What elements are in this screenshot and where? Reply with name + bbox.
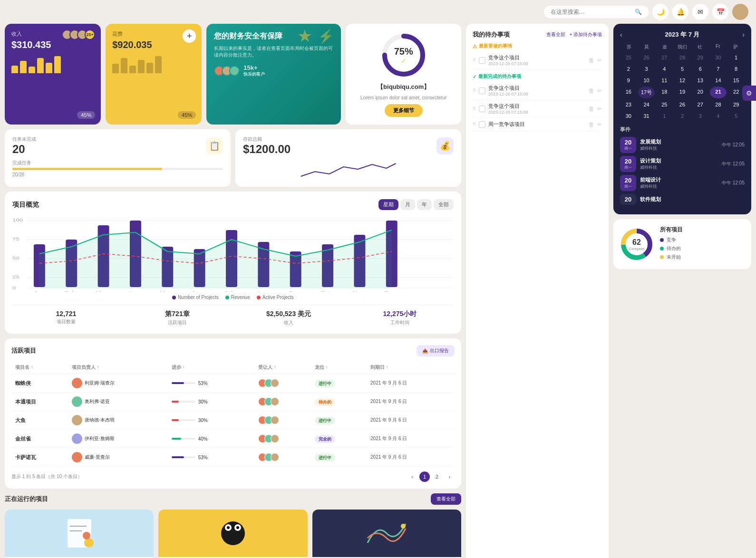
cal-day-21-today[interactable]: 21 xyxy=(710,87,727,98)
settings-button[interactable]: ⚙ xyxy=(742,86,756,101)
cal-day-5[interactable]: 5 xyxy=(674,64,691,74)
notstarted-label: 未开始 xyxy=(667,254,681,260)
cal-day-20[interactable]: 20 xyxy=(692,87,709,98)
delete-todo-1[interactable]: 🗑 xyxy=(589,57,594,64)
donut-chart: 62 Compete xyxy=(620,228,653,261)
stat-active: 第721章 活跃项目 xyxy=(124,310,231,326)
todo-checkbox-1[interactable] xyxy=(479,57,485,64)
cal-next-1[interactable]: 1 xyxy=(656,111,673,121)
stat-label-worktime: 工作时间 xyxy=(346,319,454,326)
cal-next-3[interactable]: 3 xyxy=(692,111,709,121)
search-bar[interactable]: 🔍 xyxy=(544,6,649,18)
cal-day-31[interactable]: 31 xyxy=(638,111,655,121)
cal-day-13[interactable]: 13 xyxy=(692,75,709,86)
svg-text:Feb: Feb xyxy=(64,290,75,292)
donut-number: 62 xyxy=(629,238,644,246)
cal-next-5[interactable]: 5 xyxy=(727,111,745,121)
cal-day-11[interactable]: 11 xyxy=(656,75,673,86)
cal-day-29b[interactable]: 29 xyxy=(727,99,745,110)
view-all-todo-link[interactable]: 查看全部 xyxy=(546,31,565,38)
cal-day-24[interactable]: 24 xyxy=(638,99,655,110)
event-3-name: 前端设计 xyxy=(640,176,718,183)
period-week-button[interactable]: 星期 xyxy=(378,199,398,210)
delete-todo-4[interactable]: 🗑 xyxy=(589,121,594,128)
cal-day-10[interactable]: 10 xyxy=(638,75,655,86)
col-status[interactable]: 龙位 ↑ xyxy=(311,361,367,374)
cal-next-2[interactable]: 2 xyxy=(674,111,691,121)
todo-checkbox-4[interactable] xyxy=(479,121,485,128)
next-page-button[interactable]: › xyxy=(444,471,455,482)
cal-next-4[interactable]: 4 xyxy=(710,111,727,121)
drag-handle-2[interactable]: ⠿ xyxy=(473,88,476,93)
period-year-button[interactable]: 年 xyxy=(417,199,432,210)
cal-prev-button[interactable]: ‹ xyxy=(620,31,622,38)
todo-label: 待办的 xyxy=(667,245,681,252)
cal-day-30[interactable]: 30 xyxy=(710,52,727,63)
cal-day-27[interactable]: 27 xyxy=(656,52,673,63)
add-todo-link[interactable]: + 添加待办事项 xyxy=(569,31,602,38)
cal-day-3[interactable]: 3 xyxy=(638,64,655,74)
drag-handle-3[interactable]: ⠿ xyxy=(473,106,476,111)
detail-button[interactable]: 更多细节 xyxy=(385,104,423,117)
col-duedate[interactable]: 到期日 ↑ xyxy=(367,361,455,374)
edit-todo-3[interactable]: ✏ xyxy=(597,106,602,112)
search-input[interactable] xyxy=(551,9,631,15)
cal-day-16[interactable]: 16 xyxy=(620,87,637,98)
cal-day-25[interactable]: 25 xyxy=(620,52,637,63)
cal-day-17[interactable]: 17号 xyxy=(638,87,655,98)
mail-button[interactable]: ✉ xyxy=(692,4,708,20)
page-1-button[interactable]: 1 xyxy=(419,471,430,482)
cal-day-1[interactable]: 1 xyxy=(727,52,745,63)
cal-day-8[interactable]: 8 xyxy=(727,64,745,74)
edit-todo-1[interactable]: ✏ xyxy=(597,57,602,64)
cal-day-15[interactable]: 15 xyxy=(727,75,745,86)
user-avatar[interactable] xyxy=(732,4,748,20)
todo-action-row-4: 🗑 ✏ xyxy=(589,121,602,128)
progress-domain: 【biqubiqu.com】 xyxy=(377,83,430,91)
delete-todo-3[interactable]: 🗑 xyxy=(589,106,594,112)
cal-day-29[interactable]: 29 xyxy=(692,52,709,63)
period-all-button[interactable]: 全部 xyxy=(434,199,454,210)
calendar-title: 2023 年 7 月 xyxy=(665,30,700,39)
cal-day-7[interactable]: 7 xyxy=(710,64,727,74)
todo-checkbox-2[interactable] xyxy=(479,87,485,94)
todo-text-3: 竞争这个项目 2023-12-26 07:15:00 xyxy=(488,103,586,115)
col-progress[interactable]: 进步 ↑ xyxy=(168,361,254,374)
event-2-sub: 威特科技 xyxy=(640,164,718,171)
cal-day-18[interactable]: 18 xyxy=(656,87,673,98)
calendar-button[interactable]: 📅 xyxy=(712,4,728,20)
col-manager[interactable]: 项目负责人 ↑ xyxy=(68,361,168,374)
col-project-name[interactable]: 项目名 ↑ xyxy=(11,361,68,374)
page-2-button[interactable]: 2 xyxy=(432,471,442,482)
cal-day-6[interactable]: 6 xyxy=(692,64,709,74)
cal-day-26[interactable]: 26 xyxy=(638,52,655,63)
events-section: 事件 20 周一 发展规划 威特科技 中午 12:05 20 周一 xyxy=(620,126,745,205)
todo-checkbox-3[interactable] xyxy=(479,106,485,112)
edit-todo-2[interactable]: ✏ xyxy=(597,87,602,94)
export-button[interactable]: 📤 出口报告 xyxy=(417,345,455,356)
cal-day-14[interactable]: 14 xyxy=(710,75,727,86)
notification-button[interactable]: 🔔 xyxy=(672,4,688,20)
col-assignee[interactable]: 受让人 ↑ xyxy=(254,361,311,374)
drag-handle-1[interactable]: ⠿ xyxy=(473,58,476,63)
cal-day-28[interactable]: 28 xyxy=(674,52,691,63)
cal-day-26b[interactable]: 26 xyxy=(674,99,691,110)
delete-todo-2[interactable]: 🗑 xyxy=(589,87,594,94)
cal-day-25b[interactable]: 25 xyxy=(656,99,673,110)
cal-day-30b[interactable]: 30 xyxy=(620,111,637,121)
view-all-button[interactable]: 查看全部 xyxy=(431,493,461,505)
cal-day-28b[interactable]: 28 xyxy=(710,99,727,110)
cal-day-19[interactable]: 19 xyxy=(674,87,691,98)
prev-page-button[interactable]: ‹ xyxy=(407,471,417,482)
period-month-button[interactable]: 月 xyxy=(400,199,415,210)
edit-todo-4[interactable]: ✏ xyxy=(597,121,602,128)
drag-handle-4[interactable]: ⠿ xyxy=(473,122,476,127)
cal-day-2[interactable]: 2 xyxy=(620,64,637,74)
cal-next-button[interactable]: › xyxy=(742,31,745,38)
dark-mode-button[interactable]: 🌙 xyxy=(652,4,669,20)
cal-day-12[interactable]: 12 xyxy=(674,75,691,86)
cal-day-4[interactable]: 4 xyxy=(656,64,673,74)
cal-day-23[interactable]: 23 xyxy=(620,99,637,110)
cal-day-9[interactable]: 9 xyxy=(620,75,637,86)
cal-day-27b[interactable]: 27 xyxy=(692,99,709,110)
